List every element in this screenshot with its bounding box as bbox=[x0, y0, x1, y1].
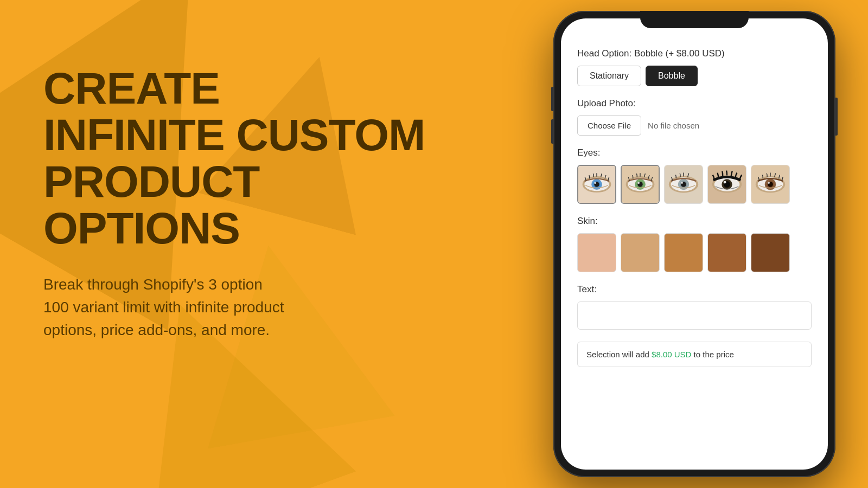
skin-swatch-2[interactable] bbox=[621, 233, 660, 272]
svg-point-23 bbox=[681, 182, 683, 184]
skin-swatch-3[interactable] bbox=[664, 233, 703, 272]
skin-swatch-5[interactable] bbox=[751, 233, 790, 272]
phone-vol-down bbox=[551, 119, 553, 144]
phone-vol-up bbox=[551, 87, 553, 111]
eye-swatch-grey[interactable] bbox=[664, 165, 703, 204]
headline-line2: INFINITE CUSTOM bbox=[43, 110, 425, 159]
eye-swatch-dark[interactable] bbox=[707, 165, 746, 204]
eyes-section: Eyes: bbox=[577, 147, 812, 204]
left-content: CREATE INFINITE CUSTOM PRODUCT OPTIONS B… bbox=[43, 65, 434, 342]
phone-side-button bbox=[835, 98, 838, 136]
price-notice-amount: $8.00 USD bbox=[652, 350, 691, 359]
head-option-label: Head Option: Bobble (+ $8.00 USD) bbox=[577, 48, 812, 59]
phone-container: Head Option: Bobble (+ $8.00 USD) Statio… bbox=[553, 11, 835, 477]
svg-point-38 bbox=[768, 182, 770, 184]
sub-text: Break through Shopify's 3 option100 vari… bbox=[43, 273, 412, 342]
headline-line3: PRODUCT OPTIONS bbox=[43, 157, 259, 253]
skin-label: Skin: bbox=[577, 216, 812, 227]
price-notice-suffix: to the price bbox=[691, 350, 733, 359]
text-input[interactable] bbox=[577, 301, 812, 330]
text-section: Text: bbox=[577, 284, 812, 330]
eye-swatch-blue[interactable] bbox=[577, 165, 616, 204]
no-file-text: No file chosen bbox=[648, 121, 699, 130]
head-option-section: Head Option: Bobble (+ $8.00 USD) Statio… bbox=[577, 48, 812, 86]
stationary-button[interactable]: Stationary bbox=[577, 66, 641, 86]
skin-swatch-1[interactable] bbox=[577, 233, 616, 272]
svg-point-15 bbox=[637, 182, 640, 184]
svg-point-7 bbox=[594, 182, 596, 184]
phone-screen: Head Option: Bobble (+ $8.00 USD) Statio… bbox=[561, 18, 828, 470]
price-notice-prefix: Selection will add bbox=[586, 350, 652, 359]
svg-point-30 bbox=[724, 181, 726, 184]
skin-section: Skin: bbox=[577, 216, 812, 272]
choose-file-button[interactable]: Choose File bbox=[577, 115, 641, 136]
eyes-swatches-row bbox=[577, 165, 812, 204]
eyes-label: Eyes: bbox=[577, 147, 812, 158]
eye-swatch-green[interactable] bbox=[621, 165, 660, 204]
skin-swatch-4[interactable] bbox=[707, 233, 746, 272]
text-label: Text: bbox=[577, 284, 812, 295]
phone-notch bbox=[640, 11, 749, 28]
headline-line1: CREATE bbox=[43, 63, 220, 113]
price-notice: Selection will add $8.00 USD to the pric… bbox=[577, 342, 812, 367]
main-headline: CREATE INFINITE CUSTOM PRODUCT OPTIONS bbox=[43, 65, 434, 252]
upload-photo-section: Upload Photo: Choose File No file chosen bbox=[577, 98, 812, 136]
bobble-button[interactable]: Bobble bbox=[646, 66, 698, 86]
phone-outer: Head Option: Bobble (+ $8.00 USD) Statio… bbox=[553, 11, 835, 477]
skin-swatches-row bbox=[577, 233, 812, 272]
head-option-row: Stationary Bobble bbox=[577, 66, 812, 86]
eye-swatch-brown[interactable] bbox=[751, 165, 790, 204]
upload-photo-label: Upload Photo: bbox=[577, 98, 812, 109]
screen-content: Head Option: Bobble (+ $8.00 USD) Statio… bbox=[561, 18, 828, 470]
file-upload-row: Choose File No file chosen bbox=[577, 115, 812, 136]
